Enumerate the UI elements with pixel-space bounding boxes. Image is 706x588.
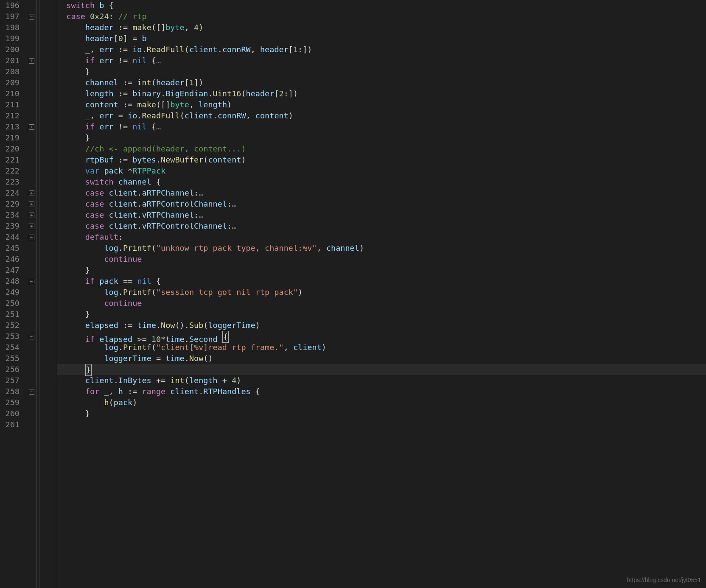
token-op: ) [227,100,232,109]
line-number: 250 [0,298,20,309]
token-id: log [104,343,118,352]
token-op: + [218,376,232,385]
code-line[interactable]: length := binary.BigEndian.Uint16(header… [57,88,706,99]
token-kw: case [66,12,85,21]
code-line[interactable]: switch channel { [57,176,706,188]
code-line[interactable]: continue [57,254,706,265]
code-line[interactable]: //ch <- append(header, content...) [57,143,706,154]
code-line[interactable]: log.Printf("client[%v]read rtp frame.", … [57,342,706,353]
token-kw: case [85,221,104,230]
token-kw: for [85,387,99,396]
token-op [95,1,99,10]
code-line[interactable]: header[0] = b [57,33,706,44]
code-line[interactable]: var pack *RTPPack [57,165,706,176]
code-line[interactable]: switch b { [57,0,706,11]
code-line[interactable]: } [57,66,706,77]
token-op: . [142,45,147,54]
code-line[interactable]: _, err := io.ReadFull(client.connRW, hea… [57,44,706,55]
code-line[interactable]: continue [57,298,706,309]
token-prop: aRTPControlChannel [142,199,227,208]
code-line[interactable]: header := make([]byte, 4) [57,22,706,33]
token-num: 4 [194,23,199,32]
token-op: , [246,111,255,120]
fold-expand-icon[interactable]: + [29,202,34,207]
fold-collapse-icon[interactable]: − [29,235,34,240]
token-fn: int [170,376,184,385]
fold-collapse-icon[interactable]: − [29,14,34,20]
fold-expand-icon[interactable]: + [29,58,34,64]
line-number: 253 [0,331,20,342]
token-op: ]) [194,78,203,87]
code-line[interactable]: } [57,265,706,276]
code-line[interactable]: case client.vRTPControlChannel:… [57,221,706,232]
code-line[interactable]: if elapsed >= 10*time.Second { [57,331,706,342]
code-line[interactable]: for _, h := range client.RTPHandles { [57,386,706,397]
code-line[interactable]: elapsed := time.Now().Sub(loggerTime) [57,320,706,331]
fold-collapse-icon[interactable]: − [29,334,34,339]
token-op: ) [359,244,364,252]
token-op: := [118,78,137,87]
line-number: 251 [0,309,20,320]
token-op: ( [241,89,246,98]
token-op: = [151,354,165,363]
line-number: 245 [0,243,20,254]
code-line[interactable]: } [57,132,706,143]
code-area[interactable]: switch b { case 0x24: // rtp header := m… [57,0,706,588]
token-op: . [208,89,213,98]
code-line[interactable]: loggerTime = time.Now() [57,353,706,364]
token-op: :]) [284,89,298,98]
code-line[interactable]: if err != nil {… [57,121,706,132]
token-op: ( [151,288,156,297]
code-line[interactable]: } [57,364,706,375]
fold-expand-icon[interactable]: + [29,213,34,218]
token-op: := [114,45,133,54]
fold-expand-icon[interactable]: + [29,224,34,229]
code-line[interactable]: if pack == nil { [57,276,706,287]
code-line[interactable]: } [57,309,706,320]
fold-collapse-icon[interactable]: − [29,389,34,395]
line-number: 244 [0,232,20,243]
token-prop: InBytes [118,376,151,385]
token-nil: nil [132,122,146,131]
token-id: client [109,210,137,219]
code-line[interactable]: case client.aRTPChannel:… [57,188,706,199]
token-op: ( [203,155,208,164]
token-op: . [185,354,189,363]
token-type: byte [165,23,185,32]
code-line[interactable]: rtpBuf := bytes.NewBuffer(content) [57,154,706,165]
token-fn: int [137,78,151,87]
token-cm: // rtp [118,12,147,21]
code-line[interactable]: case client.aRTPControlChannel:… [57,199,706,210]
token-id: h [118,387,123,396]
line-number: 209 [0,77,20,88]
code-line[interactable]: channel := int(header[1]) [57,77,706,88]
code-line[interactable]: content := make([]byte, length) [57,99,706,110]
token-kw: switch [66,1,95,10]
code-line[interactable]: } [57,408,706,419]
code-line[interactable]: default: [57,232,706,243]
code-line[interactable]: log.Printf("session tcp got nil rtp pack… [57,287,706,298]
fold-collapse-icon[interactable]: − [29,279,34,284]
code-line[interactable]: h(pack) [57,397,706,408]
token-prop: BigEndian [165,89,208,98]
token-id: client [170,387,199,396]
token-id: time [165,354,185,363]
code-line[interactable]: log.Printf("unknow rtp pack type, channe… [57,243,706,254]
code-line[interactable]: case client.vRTPChannel:… [57,210,706,221]
code-line[interactable]: case 0x24: // rtp [57,11,706,22]
token-op: } [85,409,90,418]
token-op: . [213,111,218,120]
token-op: { [104,1,113,10]
code-line[interactable]: _, err = io.ReadFull(client.connRW, cont… [57,110,706,121]
fold-expand-icon[interactable]: + [29,124,34,130]
fold-expand-icon[interactable]: + [29,190,34,196]
token-str: "client[%v]read rtp frame." [156,343,284,352]
token-op: ( [185,45,189,54]
token-op: != [114,56,133,65]
token-fold-dots: … [156,122,161,131]
code-line[interactable] [57,419,706,430]
code-line[interactable]: if err != nil {… [57,55,706,66]
token-id: loggerTime [104,354,151,363]
line-number: 208 [0,66,20,77]
code-line[interactable]: client.InBytes += int(length + 4) [57,375,706,386]
